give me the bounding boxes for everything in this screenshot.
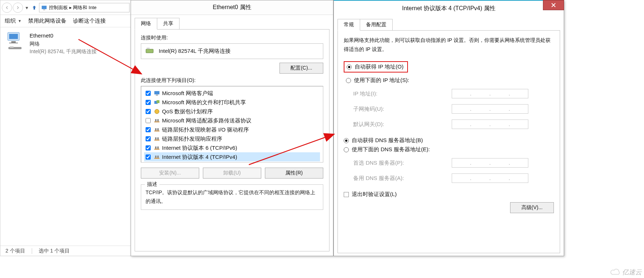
connect-using-label: 连接时使用: <box>141 35 323 41</box>
up-button[interactable] <box>30 4 38 12</box>
diagnose-button[interactable]: 诊断这个连接 <box>73 17 106 24</box>
ipv4-dialog-title: Internet 协议版本 4 (TCP/IPv4) 属性 <box>402 5 495 12</box>
radio-dns-auto[interactable]: 自动获得 DNS 服务器地址(B) <box>344 137 554 144</box>
adapter-name: Ethernet0 <box>30 32 97 40</box>
radio-ip-manual[interactable]: 使用下面的 IP 地址(S): <box>346 77 554 84</box>
svg-rect-5 <box>9 43 18 43</box>
dns-secondary-label: 备用 DNS 服务器(A): <box>353 175 452 182</box>
protocol-icon <box>154 118 160 123</box>
disable-device-button[interactable]: 禁用此网络设备 <box>28 17 66 24</box>
radio-icon <box>346 78 351 83</box>
svg-rect-0 <box>42 5 46 9</box>
svg-rect-24 <box>154 149 159 150</box>
connection-item[interactable]: 链路层拓扑发现响应程序 <box>144 134 320 143</box>
history-dropdown[interactable]: ▾ <box>24 5 30 11</box>
connection-item[interactable]: Microsoft 网络适配器多路传送器协议 <box>144 116 320 125</box>
adapter-item-ethernet0[interactable]: Ethernet0 网络 Intel(R) 82574L 千兆网络连接 <box>4 32 127 55</box>
protocol-icon <box>154 91 160 96</box>
tab-network[interactable]: 网络 <box>135 18 157 30</box>
ipv4-tabs: 常规 备用配置 <box>334 16 564 31</box>
item-label: QoS 数据包计划程序 <box>162 107 213 116</box>
svg-rect-27 <box>154 158 159 159</box>
svg-rect-4 <box>11 41 16 43</box>
svg-point-14 <box>155 109 159 114</box>
uninstall-button[interactable]: 卸载(U) <box>203 168 261 179</box>
cloud-icon <box>610 269 621 276</box>
explorer-toolbar: 组织▼ 禁用此网络设备 诊断这个连接 <box>0 15 131 27</box>
protocol-icon <box>154 109 160 114</box>
svg-rect-23 <box>157 137 159 140</box>
tab-general[interactable]: 常规 <box>338 19 360 31</box>
item-label: Microsoft 网络客户端 <box>162 89 213 98</box>
item-checkbox[interactable] <box>146 91 151 96</box>
gateway-label: 默认网关(D): <box>353 121 452 128</box>
svg-rect-1 <box>43 9 45 10</box>
status-item-count: 2 个项目 <box>5 248 25 254</box>
radio-icon <box>344 147 349 152</box>
ethernet-tab-body: 连接时使用: Intel(R) 82574L 千兆网络连接 配置(C)... 此… <box>135 29 329 251</box>
organize-menu[interactable]: 组织▼ <box>5 17 22 24</box>
network-adapter-icon <box>4 32 26 55</box>
ipv4-properties-dialog: Internet 协议版本 4 (TCP/IPv4) 属性 常规 备用配置 如果… <box>333 0 564 256</box>
radio-ip-auto[interactable]: 自动获得 IP 地址(O) <box>344 61 408 73</box>
svg-rect-17 <box>157 119 159 121</box>
svg-rect-10 <box>154 91 159 94</box>
item-checkbox[interactable] <box>146 118 151 123</box>
tab-sharing[interactable]: 共享 <box>157 18 180 30</box>
item-checkbox[interactable] <box>146 154 151 160</box>
watermark: 亿速云 <box>610 268 642 277</box>
explorer-window: ▾ 控制面板 ▸ 网络和 Inte 组织▼ 禁用此网络设备 诊断这个连接 Eth… <box>0 0 131 256</box>
item-checkbox[interactable] <box>146 100 151 105</box>
radio-dns-manual[interactable]: 使用下面的 DNS 服务器地址(E): <box>344 146 554 153</box>
svg-rect-26 <box>157 146 159 149</box>
ip-address-label: IP 地址(I): <box>353 90 452 97</box>
svg-rect-15 <box>154 121 159 122</box>
connection-items-list[interactable]: Microsoft 网络客户端Microsoft 网络的文件和打印机共享QoS … <box>141 86 323 163</box>
advanced-button[interactable]: 高级(V)... <box>510 202 554 213</box>
item-checkbox[interactable] <box>146 136 151 141</box>
connection-item[interactable]: Internet 协议版本 4 (TCP/IPv4) <box>144 152 320 161</box>
address-bar[interactable]: 控制面板 ▸ 网络和 Inte <box>39 3 130 12</box>
svg-rect-29 <box>157 156 159 158</box>
ethernet-tabs: 网络 共享 <box>131 15 333 30</box>
radio-icon <box>344 138 349 143</box>
svg-rect-16 <box>155 119 157 121</box>
protocol-icon <box>154 145 160 150</box>
tab-alternate[interactable]: 备用配置 <box>360 19 393 31</box>
item-label: Internet 协议版本 4 (TCP/IPv4) <box>162 152 237 161</box>
subnet-mask-label: 子网掩码(U): <box>353 106 452 113</box>
breadcrumb: 控制面板 ▸ 网络和 Inte <box>49 4 97 11</box>
validate-on-exit-checkbox[interactable]: 退出时验证设置(L) <box>344 191 554 198</box>
configure-button[interactable]: 配置(C)... <box>279 63 323 74</box>
explorer-statusbar: 2 个项目 选中 1 个项目 <box>0 246 131 256</box>
item-properties-button[interactable]: 属性(R) <box>265 168 323 179</box>
status-selected-count: 选中 1 个项目 <box>39 248 70 254</box>
protocol-icon <box>154 136 160 141</box>
svg-rect-18 <box>154 130 159 132</box>
dns-primary-input: ... <box>452 158 528 168</box>
connection-item[interactable]: Internet 协议版本 6 (TCP/IPv6) <box>144 143 320 152</box>
connection-item[interactable]: QoS 数据包计划程序 <box>144 107 320 116</box>
svg-rect-21 <box>154 140 159 141</box>
connect-using-value: Intel(R) 82574L 千兆网络连接 <box>159 48 231 55</box>
connection-item[interactable]: Microsoft 网络的文件和打印机共享 <box>144 98 320 107</box>
item-checkbox[interactable] <box>146 127 151 132</box>
connection-item[interactable]: Microsoft 网络客户端 <box>144 89 320 98</box>
item-checkbox[interactable] <box>146 145 151 150</box>
back-button[interactable] <box>2 3 12 13</box>
item-checkbox[interactable] <box>146 109 151 114</box>
dns-secondary-input: ... <box>452 173 528 183</box>
close-button[interactable] <box>543 0 564 10</box>
adapter-list: Ethernet0 网络 Intel(R) 82574L 千兆网络连接 <box>0 27 131 60</box>
item-label: Microsoft 网络的文件和打印机共享 <box>162 98 246 107</box>
checkbox-icon <box>344 192 349 197</box>
ipv4-tab-body: 如果网络支持此功能，则可以获取自动指派的 IP 设置。否则，你需要从网络系统管理… <box>338 30 560 253</box>
install-button[interactable]: 安装(N)... <box>141 168 199 179</box>
close-icon <box>551 3 556 8</box>
forward-button[interactable] <box>13 3 23 13</box>
item-label: Microsoft 网络适配器多路传送器协议 <box>162 116 251 125</box>
ethernet-dialog-title: Ethernet0 属性 <box>131 0 333 15</box>
svg-rect-28 <box>155 156 157 158</box>
connection-item[interactable]: 链路层拓扑发现映射器 I/O 驱动程序 <box>144 125 320 134</box>
protocol-icon <box>154 127 160 132</box>
